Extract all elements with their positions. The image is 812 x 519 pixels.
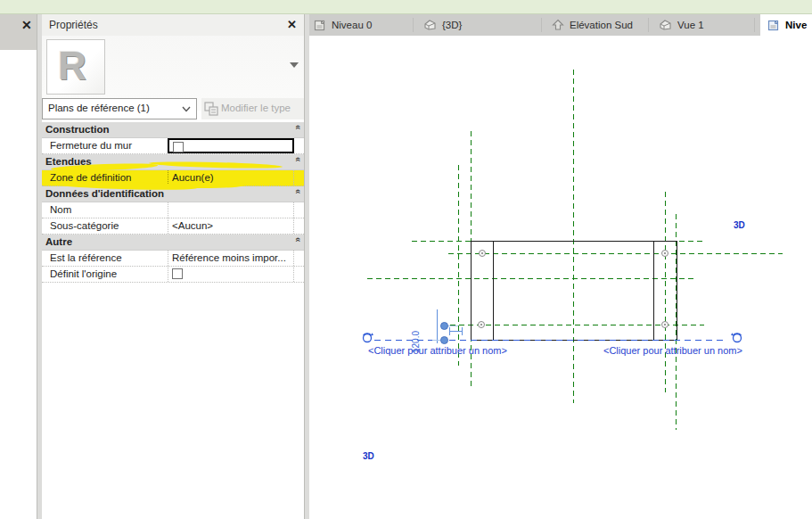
type-selector-dropdown-icon[interactable] xyxy=(290,62,299,68)
properties-panel: Propriétés ✕ R Plans de référence (1) Mo… xyxy=(42,14,304,519)
section-header-autre[interactable]: Autre« xyxy=(42,235,304,251)
tab-separator xyxy=(413,18,414,32)
collapse-chevron-icon[interactable]: « xyxy=(292,125,303,136)
house-3d-icon xyxy=(659,19,672,31)
wall-inner-right-edge[interactable] xyxy=(653,241,654,341)
view-tab-nive[interactable]: Nive xyxy=(760,14,812,36)
collapse-chevron-icon[interactable]: « xyxy=(292,157,303,168)
reference-plane-green-vertical[interactable] xyxy=(458,165,459,366)
property-row-sous-categorie: Sous-catégorie<Aucun> xyxy=(42,218,304,235)
properties-close-icon[interactable]: ✕ xyxy=(287,18,297,31)
witness-line-tick xyxy=(449,327,450,335)
view-3d-label: 3D xyxy=(363,451,374,461)
left-dock-titlebar: ✕ xyxy=(0,14,37,50)
property-label: Fermeture du mur xyxy=(50,140,132,151)
rotate-end-grip-icon[interactable] xyxy=(359,329,375,345)
wall-inner-left-edge[interactable] xyxy=(493,241,494,341)
property-label: Construction xyxy=(45,124,110,135)
property-label: Sous-catégorie xyxy=(50,220,119,231)
edit-type-icon xyxy=(204,102,219,116)
wall-top-edge[interactable] xyxy=(471,241,677,242)
plan-view-icon xyxy=(767,19,780,31)
property-value-cell[interactable] xyxy=(168,267,294,282)
view-tab-elevation-sud[interactable]: Elévation Sud xyxy=(545,14,640,36)
view-tab-vue-1[interactable]: Vue 1 xyxy=(652,14,711,36)
property-row-est-la-reference: Est la référenceRéférence moins impor... xyxy=(42,251,304,267)
checkbox[interactable] xyxy=(173,142,184,152)
chevron-down-icon xyxy=(182,106,191,112)
properties-panel-title: Propriétés xyxy=(49,19,98,31)
property-value-cell[interactable]: <Aucun> xyxy=(168,218,294,234)
collapse-chevron-icon[interactable]: « xyxy=(292,237,303,248)
drawing-canvas[interactable]: <Cliquer pour attribuer un nom> <Cliquer… xyxy=(309,36,812,519)
tab-separator xyxy=(754,18,755,32)
property-label: Nom xyxy=(50,204,71,215)
wall-left-edge[interactable] xyxy=(471,241,472,341)
reference-plane-green-vertical[interactable] xyxy=(573,70,574,403)
view-tab-3d[interactable]: {3D} xyxy=(416,14,469,36)
section-header-construction[interactable]: Construction« xyxy=(42,122,304,138)
property-row-definit-l-origine: Définit l'origine xyxy=(42,267,304,283)
property-label: Données d'identification xyxy=(45,188,164,199)
tab-separator xyxy=(648,18,649,32)
property-value: Référence moins impor... xyxy=(172,252,286,263)
temporary-dimension-text[interactable]: 120.0 xyxy=(411,331,421,353)
witness-line-control[interactable] xyxy=(449,331,462,332)
property-value: Aucun(e) xyxy=(172,172,214,183)
checkbox[interactable] xyxy=(172,268,183,279)
reference-plane-grip[interactable] xyxy=(661,321,668,328)
dimension-grip[interactable] xyxy=(440,322,448,330)
house-3d-icon xyxy=(423,19,437,31)
property-value-cell[interactable] xyxy=(168,202,294,218)
property-value: <Aucun> xyxy=(172,220,213,231)
properties-panel-header[interactable]: Propriétés ✕ xyxy=(42,14,304,36)
property-row-nom: Nom xyxy=(42,202,304,218)
elevation-icon xyxy=(552,19,564,31)
reference-plane-green-horizontal[interactable] xyxy=(448,253,783,254)
view-tab-label: Elévation Sud xyxy=(570,20,633,30)
family-thumbnail: R xyxy=(46,39,105,95)
view-tab-label: Vue 1 xyxy=(677,20,704,30)
view-tab-label: Niveau 0 xyxy=(332,20,372,30)
filter-combobox[interactable]: Plans de référence (1) xyxy=(42,98,197,119)
revit-logo-icon: R xyxy=(58,44,86,88)
reference-plane-grip[interactable] xyxy=(478,321,485,328)
filter-combobox-value: Plans de référence (1) xyxy=(48,103,150,113)
property-row-fermeture-du-mur: Fermeture du mur xyxy=(42,138,304,154)
view-tab-niveau-0[interactable]: Niveau 0 xyxy=(307,14,379,36)
assign-name-prompt-left[interactable]: <Cliquer pour attribuer un nom> xyxy=(368,345,507,356)
plan-view-icon xyxy=(314,19,326,31)
property-value-cell[interactable] xyxy=(168,138,294,153)
reference-plane-green-horizontal[interactable] xyxy=(367,278,697,279)
reference-plane-grip[interactable] xyxy=(479,250,486,257)
property-label: Est la référence xyxy=(50,252,122,263)
ribbon-bottom-strip xyxy=(0,0,812,14)
property-value-cell[interactable]: Référence moins impor... xyxy=(168,251,294,266)
dimension-grip[interactable] xyxy=(440,336,448,344)
view-3d-label: 3D xyxy=(734,220,745,230)
reference-plane-green-vertical[interactable] xyxy=(665,192,666,392)
view-tab-bar: Niveau 0{3D}Elévation SudVue 1Nive xyxy=(309,14,812,36)
view-tab-label: Nive xyxy=(785,20,807,30)
modify-type-label: Modifier le type xyxy=(221,103,291,113)
property-label: Définit l'origine xyxy=(50,268,117,279)
dimension-line xyxy=(437,309,438,343)
wall-right-edge[interactable] xyxy=(677,241,677,341)
dock-close-icon[interactable]: ✕ xyxy=(21,18,32,32)
properties-table: Construction«Fermeture du murEtendues«Zo… xyxy=(42,122,304,283)
witness-line-tick xyxy=(462,327,463,335)
tab-separator xyxy=(541,18,542,32)
view-tab-label: {3D} xyxy=(442,20,462,30)
collapse-chevron-icon[interactable]: « xyxy=(292,189,303,200)
selected-reference-plane[interactable] xyxy=(374,340,726,341)
property-label: Autre xyxy=(45,236,72,247)
modify-type-button[interactable]: Modifier le type xyxy=(201,98,304,119)
assign-name-prompt-right[interactable]: <Cliquer pour attribuer un nom> xyxy=(603,345,742,356)
rotate-end-grip-icon[interactable] xyxy=(729,329,745,345)
reference-plane-grip[interactable] xyxy=(661,250,668,257)
